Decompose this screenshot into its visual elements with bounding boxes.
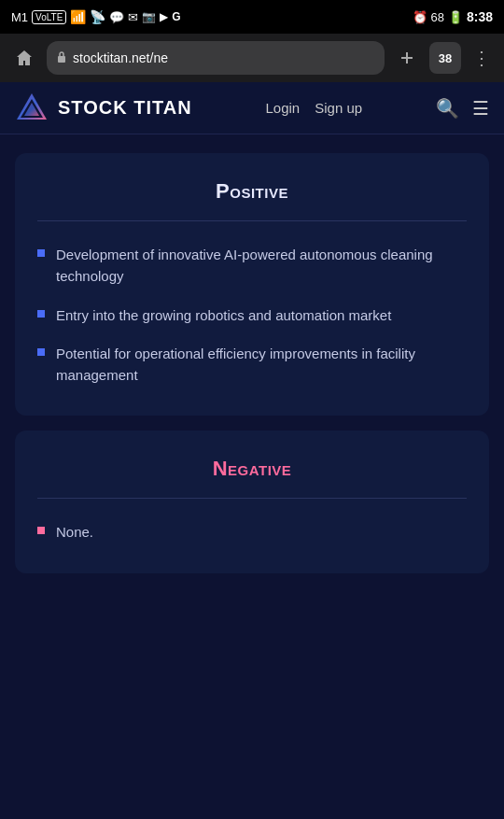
logo-icon (15, 92, 49, 125)
volte-badge: VoLTE (32, 10, 66, 24)
site-title: STOCK TITAN (58, 97, 192, 119)
negative-item-1: None. (56, 521, 93, 543)
positive-item-3: Potential for operational efficiency imp… (56, 343, 467, 387)
positive-item-1: Development of innovative AI-powered aut… (56, 244, 467, 288)
svg-rect-0 (58, 56, 65, 63)
login-link[interactable]: Login (266, 100, 301, 116)
negative-card: Negative None. (15, 431, 489, 572)
negative-title: Negative (37, 457, 467, 481)
nav-icons: 🔍 ☰ (436, 97, 489, 120)
list-item: None. (37, 521, 467, 543)
url-text: stocktitan.net/ne (73, 50, 168, 65)
search-button[interactable]: 🔍 (436, 97, 459, 120)
more-options-button[interactable]: ⋮ (469, 45, 495, 71)
negative-divider (37, 498, 467, 499)
hamburger-icon: ☰ (472, 98, 489, 119)
bullet-icon-3 (37, 348, 45, 356)
yt-icon: ▶ (160, 10, 168, 23)
status-bar: M1 VoLTE 📶 📡 💬 ✉ 📷 ▶ G ⏰ 68 🔋 8:38 (0, 0, 504, 34)
positive-card: Positive Development of innovative AI-po… (15, 153, 489, 416)
menu-button[interactable]: ☰ (472, 97, 489, 120)
add-tab-button[interactable] (392, 43, 422, 73)
positive-bullet-list: Development of innovative AI-powered aut… (37, 244, 467, 386)
signal-icon: 📶 (70, 9, 86, 24)
lock-icon (56, 50, 67, 66)
battery-label: 68 (431, 10, 444, 24)
bullet-icon-n1 (37, 527, 45, 534)
nav-logo[interactable]: STOCK TITAN (15, 92, 192, 125)
insta-icon: 📷 (142, 10, 156, 23)
alarm-icon: ⏰ (413, 10, 427, 24)
status-left: M1 VoLTE 📶 📡 💬 ✉ 📷 ▶ G (11, 9, 181, 24)
bullet-icon-2 (37, 310, 45, 318)
carrier-label: M1 (11, 10, 28, 24)
battery-icon: 🔋 (448, 10, 463, 24)
nav-links: Login Sign up (266, 100, 363, 116)
list-item: Potential for operational efficiency imp… (37, 343, 467, 387)
more-dots-icon: ⋮ (472, 47, 491, 69)
positive-title: Positive (37, 179, 467, 204)
home-button[interactable] (9, 43, 39, 73)
negative-bullet-list: None. (37, 521, 467, 543)
whatsapp-icon: 💬 (109, 10, 124, 24)
time-label: 8:38 (467, 9, 493, 24)
status-right: ⏰ 68 🔋 8:38 (413, 9, 494, 24)
g-icon: G (172, 10, 180, 23)
main-content: Positive Development of innovative AI-po… (0, 134, 504, 751)
positive-divider (37, 220, 467, 221)
tab-count-button[interactable]: 38 (429, 42, 461, 74)
url-bar[interactable]: stocktitan.net/ne (47, 41, 385, 75)
positive-item-2: Entry into the growing robotics and auto… (56, 304, 391, 326)
bullet-icon-1 (37, 249, 45, 257)
tab-count-label: 38 (439, 51, 452, 65)
signup-link[interactable]: Sign up (315, 100, 362, 116)
list-item: Development of innovative AI-powered aut… (37, 244, 467, 288)
msg-icon: ✉ (128, 10, 138, 24)
search-icon: 🔍 (436, 98, 459, 119)
list-item: Entry into the growing robotics and auto… (37, 304, 467, 326)
wifi-icon: 📡 (90, 9, 105, 24)
nav-bar: STOCK TITAN Login Sign up 🔍 ☰ (0, 82, 504, 134)
browser-chrome: stocktitan.net/ne 38 ⋮ (0, 34, 504, 82)
